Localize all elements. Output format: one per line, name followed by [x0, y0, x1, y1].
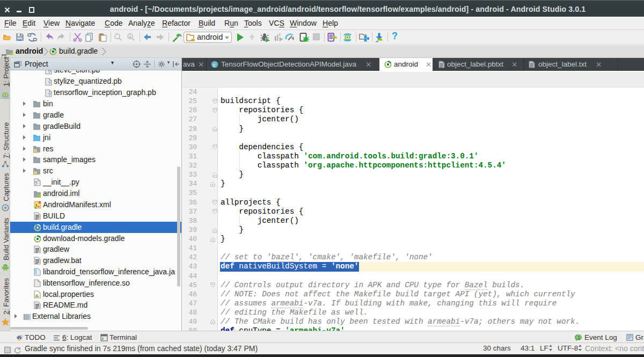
svg-text:1: 1: [577, 335, 580, 340]
svg-text:c: c: [213, 62, 216, 68]
svg-text:?: ?: [48, 81, 50, 86]
svg-text:A: A: [129, 34, 132, 39]
svg-text:?: ?: [48, 70, 50, 75]
svg-text:?: ?: [34, 181, 38, 186]
svg-text:?: ?: [48, 92, 50, 97]
